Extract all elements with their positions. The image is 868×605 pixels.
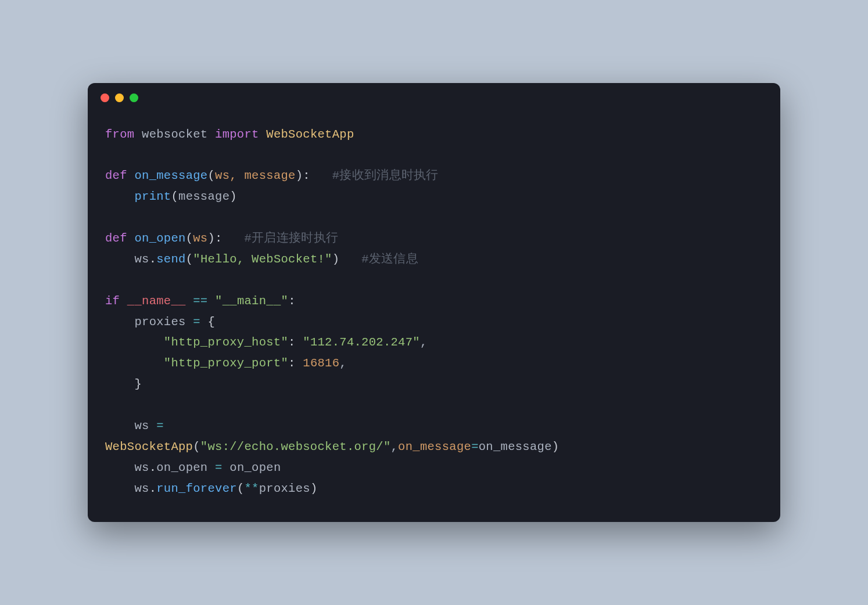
function-name: on_message	[134, 169, 207, 182]
comment: #接收到消息时执行	[332, 169, 439, 182]
dot: .	[149, 482, 157, 495]
dict-key: "http_proxy_host"	[164, 336, 288, 349]
keyword-def: def	[105, 232, 127, 245]
kwarg-value: on_message	[479, 440, 552, 453]
code-editor[interactable]: from websocket import WebSocketApp def o…	[88, 113, 780, 523]
magic-var: __name__	[127, 294, 186, 308]
colon: :	[288, 294, 296, 308]
window-titlebar	[88, 83, 780, 113]
keyword-from: from	[105, 128, 134, 141]
module-name: websocket	[142, 128, 207, 141]
brace-open: {	[207, 315, 215, 329]
paren-close: )	[552, 440, 559, 453]
code-window: from websocket import WebSocketApp def o…	[88, 83, 780, 523]
function-call: print	[134, 190, 171, 203]
string-literal: "__main__"	[215, 294, 288, 308]
paren-close: )	[229, 190, 237, 203]
obj: ws	[134, 482, 149, 495]
minimize-icon[interactable]	[115, 93, 124, 102]
params: ws, message	[215, 169, 296, 182]
obj: ws	[134, 461, 149, 474]
operator: =	[215, 461, 223, 474]
paren-open: (	[207, 169, 215, 182]
operator: =	[471, 440, 479, 453]
class-name: WebSocketApp	[266, 128, 354, 141]
value: on_open	[229, 461, 281, 474]
operator: ==	[193, 294, 207, 308]
variable: ws	[134, 419, 149, 433]
maximize-icon[interactable]	[130, 93, 138, 102]
number-literal: 16816	[303, 356, 339, 370]
paren-open: (	[186, 232, 193, 245]
params: ws	[193, 232, 207, 245]
paren-open: (	[193, 440, 200, 453]
comment: #开启连接时执行	[245, 232, 339, 245]
paren-close: )	[310, 482, 318, 495]
brace-close: }	[134, 377, 142, 391]
comma: ,	[339, 356, 347, 370]
keyword-def: def	[105, 169, 127, 182]
dict-key: "http_proxy_port"	[164, 356, 288, 370]
dict-value: "112.74.202.247"	[303, 336, 420, 349]
operator: =	[156, 419, 164, 433]
colon: :	[288, 336, 296, 349]
colon: :	[303, 169, 310, 182]
arg: proxies	[259, 482, 310, 495]
keyword-if: if	[105, 294, 120, 308]
string-literal: "ws://echo.websocket.org/"	[200, 440, 391, 453]
dot: .	[149, 461, 157, 474]
comma: ,	[391, 440, 399, 453]
kwarg-name: on_message	[398, 440, 471, 453]
comma: ,	[420, 336, 428, 349]
method-call: run_forever	[156, 482, 237, 495]
colon: :	[215, 232, 223, 245]
paren-open: (	[186, 253, 193, 266]
colon: :	[288, 356, 296, 370]
attr: on_open	[156, 461, 207, 474]
paren-close: )	[207, 232, 215, 245]
close-icon[interactable]	[101, 93, 109, 102]
operator: =	[193, 315, 200, 329]
paren-open: (	[171, 190, 178, 203]
string-literal: "Hello, WebSocket!"	[193, 253, 332, 266]
obj: ws	[134, 253, 149, 266]
paren-close: )	[332, 253, 340, 266]
dot: .	[149, 253, 157, 266]
method-call: send	[156, 253, 185, 266]
variable: proxies	[134, 315, 185, 329]
comment: #发送信息	[361, 253, 418, 266]
paren-open: (	[237, 482, 245, 495]
function-name: on_open	[134, 232, 185, 245]
class-call: WebSocketApp	[105, 440, 193, 453]
star-operator: **	[244, 482, 259, 495]
keyword-import: import	[215, 128, 259, 141]
arg: message	[178, 190, 229, 203]
paren-close: )	[296, 169, 303, 182]
